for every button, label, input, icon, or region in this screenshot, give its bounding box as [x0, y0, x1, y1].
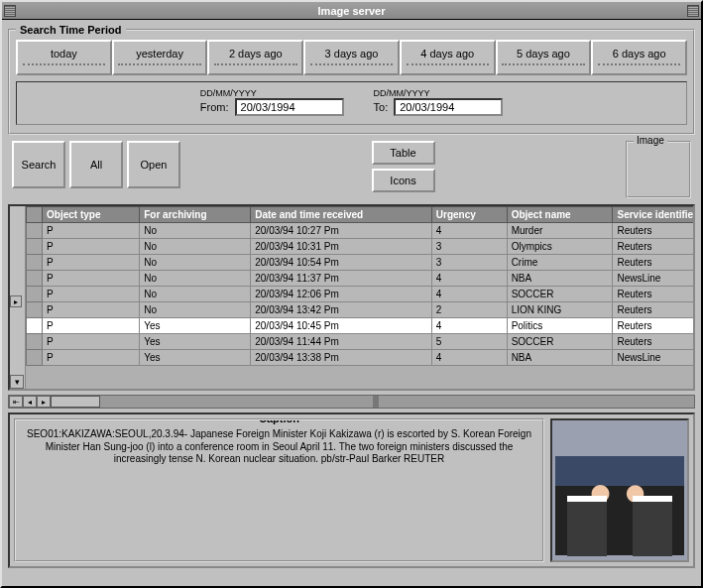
- date-range-row: DD/MM/YYYY From: DD/MM/YYYY To:: [16, 81, 687, 125]
- cell: No: [140, 255, 251, 271]
- open-button[interactable]: Open: [127, 141, 180, 188]
- thumbnail-box[interactable]: [550, 418, 689, 562]
- cell: NBA: [507, 271, 613, 287]
- app-window: Image server Search Time Period todayyes…: [0, 0, 703, 588]
- to-hint: DD/MM/YYYY: [374, 88, 430, 98]
- table-row[interactable]: PNo20/03/94 10:27 Pm4MurderReuters20/03/…: [27, 223, 694, 239]
- cell: SOCCER: [507, 287, 613, 302]
- cell: Politics: [507, 318, 613, 334]
- results-table: Object typeFor archivingDate and time re…: [26, 206, 693, 366]
- cell: NewsLine: [613, 271, 693, 287]
- window-title: Image server: [318, 5, 386, 17]
- cell: P: [43, 318, 140, 334]
- table-row[interactable]: PNo20/03/94 12:06 Pm4SOCCERReuters20/03/…: [27, 287, 694, 302]
- cell: 4: [431, 223, 507, 239]
- cell: 4: [431, 350, 507, 366]
- from-date-input[interactable]: [235, 98, 344, 116]
- search-period-group: Search Time Period todayyesterday2 days …: [8, 24, 695, 135]
- to-date-input[interactable]: [394, 98, 503, 116]
- search-period-legend: Search Time Period: [16, 24, 126, 36]
- cell: LION KING: [507, 302, 613, 318]
- table-vscroll[interactable]: ▸ ▾: [10, 206, 26, 389]
- cell: No: [140, 239, 251, 255]
- row-handle[interactable]: [27, 271, 43, 287]
- col-header-4[interactable]: Object name: [507, 207, 613, 223]
- period-button-1[interactable]: yesterday: [112, 40, 208, 75]
- hscroll-left-icon[interactable]: ◂: [23, 396, 37, 408]
- cell: No: [140, 271, 251, 287]
- row-handle[interactable]: [27, 350, 43, 366]
- period-buttons: todayyesterday2 days ago3 days ago4 days…: [16, 40, 687, 75]
- table-row[interactable]: PYes20/03/94 13:38 Pm4NBANewsLine20/03/9…: [27, 350, 694, 366]
- scroll-down-icon[interactable]: ▾: [10, 375, 24, 389]
- cell: 20/03/94 11:44 Pm: [251, 334, 432, 350]
- cell: P: [43, 255, 140, 271]
- col-header-1[interactable]: For archiving: [140, 207, 251, 223]
- period-button-0[interactable]: today: [16, 40, 112, 75]
- row-handle[interactable]: [27, 318, 43, 334]
- row-marker-icon[interactable]: ▸: [10, 295, 22, 307]
- cell: NBA: [507, 350, 613, 366]
- all-button[interactable]: All: [69, 141, 123, 188]
- col-header-2[interactable]: Date and time received: [251, 207, 432, 223]
- row-handle[interactable]: [27, 302, 43, 318]
- cell: Olympics: [507, 239, 613, 255]
- col-header-5[interactable]: Service identifier: [613, 207, 693, 223]
- table-view-button[interactable]: Table: [372, 141, 435, 165]
- cell: Yes: [140, 318, 251, 334]
- window-menu-icon[interactable]: [4, 5, 16, 17]
- period-button-4[interactable]: 4 days ago: [400, 40, 496, 75]
- to-label: To:: [374, 101, 389, 113]
- col-header-0[interactable]: Object type: [43, 207, 140, 223]
- row-handle[interactable]: [27, 239, 43, 255]
- row-handle[interactable]: [27, 223, 43, 239]
- cell: Reuters: [613, 223, 693, 239]
- row-handle[interactable]: [27, 255, 43, 271]
- cell: 20/03/94 13:42 Pm: [251, 302, 432, 318]
- row-handle[interactable]: [27, 287, 43, 302]
- cell: No: [140, 302, 251, 318]
- table-row[interactable]: PYes20/03/94 11:44 Pm5SOCCERReuters20/03…: [27, 334, 694, 350]
- cell: 4: [431, 287, 507, 302]
- table-row[interactable]: PYes20/03/94 10:45 Pm4PoliticsReuters20/…: [27, 318, 694, 334]
- cell: Yes: [140, 350, 251, 366]
- cell: 20/03/94 10:27 Pm: [251, 223, 432, 239]
- table-row[interactable]: PNo20/03/94 13:42 Pm2LION KINGReuters20/…: [27, 302, 694, 318]
- cell: Reuters: [613, 239, 693, 255]
- icons-view-button[interactable]: Icons: [372, 169, 435, 192]
- cell: Reuters: [613, 255, 693, 271]
- table-hscroll[interactable]: ⇤ ◂ ▸: [8, 395, 695, 409]
- cell: 5: [431, 334, 507, 350]
- cell: 3: [431, 255, 507, 271]
- titlebar: Image server: [2, 2, 701, 20]
- cell: 4: [431, 318, 507, 334]
- window-resize-icon[interactable]: [687, 5, 699, 17]
- cell: NewsLine: [613, 350, 693, 366]
- hscroll-tick-icon: [373, 396, 379, 408]
- table-row[interactable]: PNo20/03/94 10:31 Pm3OlympicsReuters20/0…: [27, 239, 694, 255]
- cell: 20/03/94 10:31 Pm: [251, 239, 432, 255]
- caption-text: SEO01:KAKIZAWA:SEOUL,20.3.94- Japanese F…: [22, 424, 536, 466]
- cell: Crime: [507, 255, 613, 271]
- results-table-container: ▸ ▾ Object typeFor archivingDate and tim…: [8, 204, 695, 391]
- search-button[interactable]: Search: [12, 141, 65, 188]
- cell: Reuters: [613, 302, 693, 318]
- row-handle[interactable]: [27, 334, 43, 350]
- col-header-3[interactable]: Urgency: [431, 207, 507, 223]
- table-row[interactable]: PNo20/03/94 10:54 Pm3CrimeReuters20/03/9…: [27, 255, 694, 271]
- hscroll-track[interactable]: [51, 396, 694, 408]
- cell: P: [43, 223, 140, 239]
- hscroll-right-icon[interactable]: ▸: [37, 396, 51, 408]
- period-button-6[interactable]: 6 days ago: [591, 40, 687, 75]
- cell: 2: [431, 302, 507, 318]
- table-row[interactable]: PNo20/03/94 11:37 Pm4NBANewsLine20/03/94…: [27, 271, 694, 287]
- period-button-2[interactable]: 2 days ago: [207, 40, 303, 75]
- period-button-5[interactable]: 5 days ago: [496, 40, 592, 75]
- image-preview-box: Image: [626, 141, 691, 198]
- period-button-3[interactable]: 3 days ago: [303, 40, 400, 75]
- hscroll-thumb[interactable]: [51, 396, 100, 408]
- hscroll-left-end-icon[interactable]: ⇤: [9, 396, 23, 408]
- cell: 20/03/94 10:54 Pm: [251, 255, 432, 271]
- cell: P: [43, 271, 140, 287]
- caption-legend: Caption: [253, 418, 305, 424]
